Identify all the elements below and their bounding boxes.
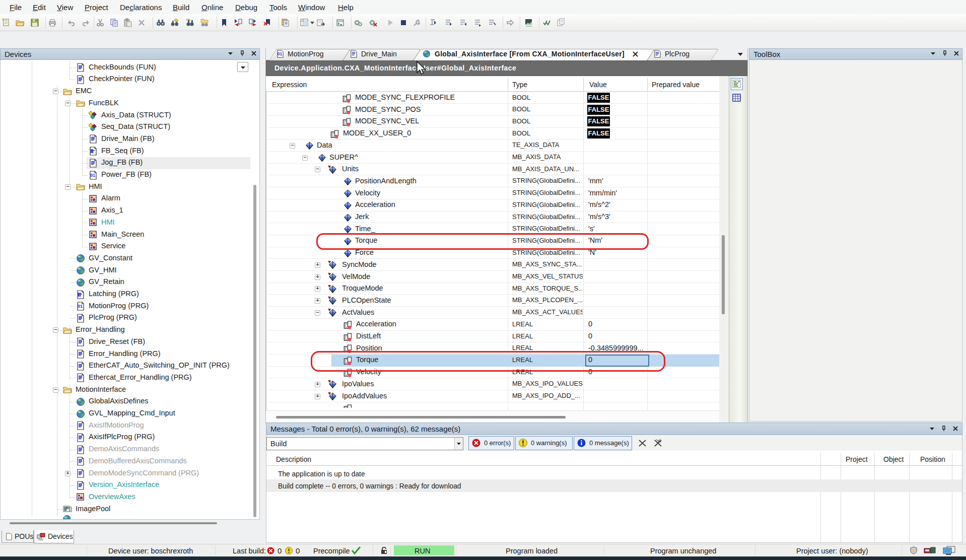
svg-text:01: 01	[78, 304, 83, 309]
svg-text:01: 01	[278, 51, 283, 56]
svg-text:01: 01	[90, 173, 95, 178]
